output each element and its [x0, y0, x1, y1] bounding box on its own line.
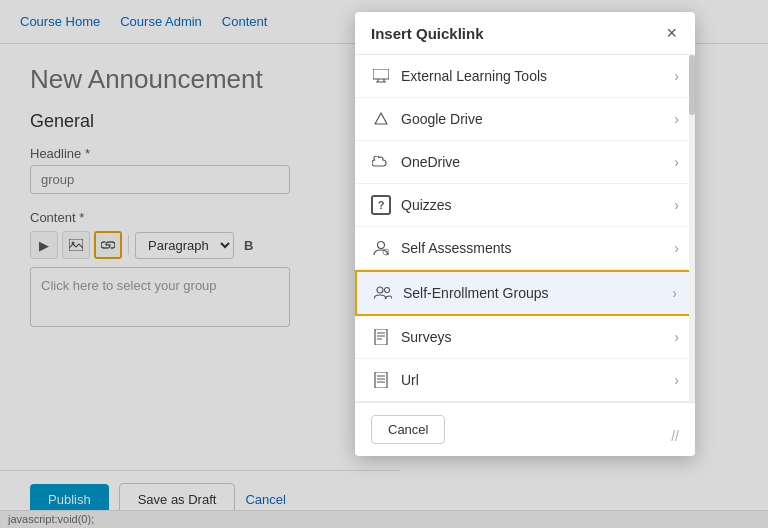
menu-item-self-assessments[interactable]: ? Self Assessments › — [355, 227, 695, 270]
quizzes-icon: ? — [371, 195, 391, 215]
svg-rect-13 — [375, 329, 387, 345]
modal-footer: Cancel // — [355, 402, 695, 456]
menu-item-quizzes[interactable]: ? Quizzes › — [355, 184, 695, 227]
scrollbar-track — [689, 55, 695, 402]
modal-cancel-button[interactable]: Cancel — [371, 415, 445, 444]
modal-close-button[interactable]: × — [664, 24, 679, 42]
svg-point-8 — [378, 242, 385, 249]
chevron-right-icon: › — [674, 329, 679, 345]
chevron-right-icon: › — [674, 240, 679, 256]
modal-menu-list: External Learning Tools › Google Drive ›… — [355, 55, 695, 402]
modal-title: Insert Quicklink — [371, 25, 484, 42]
surveys-icon — [371, 327, 391, 347]
menu-item-google-drive[interactable]: Google Drive › — [355, 98, 695, 141]
modal-header: Insert Quicklink × — [355, 12, 695, 55]
svg-rect-3 — [373, 69, 389, 79]
google-drive-icon — [371, 109, 391, 129]
svg-point-11 — [377, 287, 383, 293]
menu-item-url[interactable]: Url › — [355, 359, 695, 402]
chevron-right-icon: › — [672, 285, 677, 301]
menu-item-surveys[interactable]: Surveys › — [355, 316, 695, 359]
menu-item-label: OneDrive — [401, 154, 460, 170]
menu-item-label: External Learning Tools — [401, 68, 547, 84]
chevron-right-icon: › — [674, 197, 679, 213]
chevron-right-icon: › — [674, 372, 679, 388]
insert-quicklink-modal: Insert Quicklink × External Learning Too… — [355, 12, 695, 456]
menu-item-label: Url — [401, 372, 419, 388]
url-icon — [371, 370, 391, 390]
menu-item-label: Surveys — [401, 329, 452, 345]
menu-item-label: Quizzes — [401, 197, 674, 213]
menu-item-self-enrollment-groups[interactable]: Self-Enrollment Groups › — [355, 270, 695, 316]
menu-item-external-learning-tools[interactable]: External Learning Tools › — [355, 55, 695, 98]
menu-item-label: Self Assessments — [401, 240, 512, 256]
self-assessments-icon: ? — [371, 238, 391, 258]
chevron-right-icon: › — [674, 68, 679, 84]
self-enrollment-groups-icon — [373, 283, 393, 303]
svg-point-12 — [385, 288, 390, 293]
resize-handle-icon: // — [671, 428, 679, 444]
external-learning-tools-icon — [371, 66, 391, 86]
svg-marker-7 — [375, 113, 387, 124]
chevron-right-icon: › — [674, 111, 679, 127]
onedrive-icon — [371, 152, 391, 172]
scrollbar-thumb[interactable] — [689, 55, 695, 115]
svg-rect-17 — [375, 372, 387, 388]
menu-item-label: Google Drive — [401, 111, 483, 127]
menu-item-label: Self-Enrollment Groups — [403, 285, 549, 301]
chevron-right-icon: › — [674, 154, 679, 170]
svg-text:?: ? — [385, 250, 388, 256]
menu-item-onedrive[interactable]: OneDrive › — [355, 141, 695, 184]
